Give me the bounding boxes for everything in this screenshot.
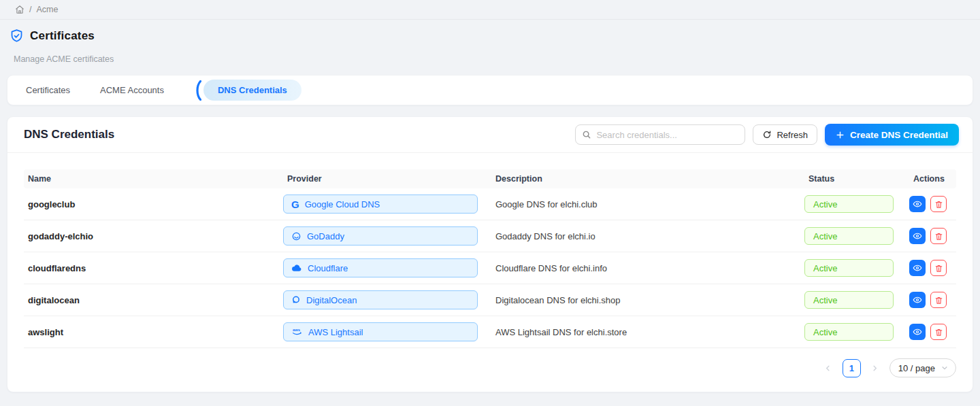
credential-description: Godaddy DNS for elchi.io xyxy=(491,231,804,241)
view-button[interactable] xyxy=(909,324,926,340)
table-body: googleclub G Google Cloud DNS Google DNS… xyxy=(24,188,956,348)
page-subtitle: Manage ACME certificates xyxy=(7,54,980,64)
credentials-table: Name Provider Description Status Actions… xyxy=(7,153,973,348)
provider-label: Cloudflare xyxy=(308,263,348,273)
tab-certificates[interactable]: Certificates xyxy=(26,85,70,95)
credential-name: googleclub xyxy=(24,199,283,209)
eye-icon xyxy=(913,295,922,305)
table-header-row: Name Provider Description Status Actions xyxy=(24,169,956,188)
godaddy-icon xyxy=(291,231,301,241)
delete-button[interactable] xyxy=(930,260,947,276)
status-badge: Active xyxy=(804,291,894,309)
delete-button[interactable] xyxy=(930,324,947,340)
provider-label: Google Cloud DNS xyxy=(305,199,380,209)
delete-button[interactable] xyxy=(930,228,947,244)
eye-icon xyxy=(913,263,922,273)
dns-credentials-panel: DNS Credentials Refresh Create DNS Crede… xyxy=(7,116,973,392)
table-row: cloudflaredns Cloudflare Cloudflare DNS … xyxy=(24,252,956,284)
chevron-down-icon xyxy=(941,365,948,371)
create-dns-credential-button[interactable]: Create DNS Credential xyxy=(825,124,959,146)
view-button[interactable] xyxy=(909,196,926,212)
status-badge: Active xyxy=(804,259,894,277)
panel-header: DNS Credentials Refresh Create DNS Crede… xyxy=(7,117,973,153)
delete-button[interactable] xyxy=(930,292,947,308)
column-header-provider: Provider xyxy=(283,174,491,184)
credential-description: AWS Lightsail DNS for elchi.store xyxy=(491,327,804,337)
page-number-button[interactable]: 1 xyxy=(843,359,861,377)
tab-bar: Certificates ACME Accounts DNS Credentia… xyxy=(7,75,973,105)
table-row: digitalocean DigitalOcean Digitalocean D… xyxy=(24,284,956,316)
eye-icon xyxy=(913,327,922,337)
search-box xyxy=(575,124,745,145)
active-tab-arc-icon xyxy=(194,80,201,101)
breadcrumb-item[interactable]: Acme xyxy=(36,5,58,14)
delete-button[interactable] xyxy=(930,196,947,212)
search-input[interactable] xyxy=(575,124,745,145)
page-size-value: 10 / page xyxy=(898,363,935,373)
aws-lightsail-icon: aws xyxy=(291,327,303,337)
breadcrumb-separator: / xyxy=(29,5,31,14)
pagination: 1 10 / page xyxy=(7,348,973,377)
provider-label: AWS Lightsail xyxy=(308,327,363,337)
breadcrumb: / Acme xyxy=(0,0,980,20)
provider-chip[interactable]: GoDaddy xyxy=(283,226,478,246)
svg-text:aws: aws xyxy=(293,328,301,332)
google-icon: G xyxy=(291,199,299,209)
view-button[interactable] xyxy=(909,260,926,276)
provider-chip[interactable]: aws AWS Lightsail xyxy=(283,322,478,341)
trash-icon xyxy=(934,328,943,337)
column-header-status: Status xyxy=(804,174,909,184)
page-title: Certificates xyxy=(30,29,95,43)
credential-description: Digitalocean DNS for elchi.shop xyxy=(491,295,804,305)
status-badge: Active xyxy=(804,323,894,341)
view-button[interactable] xyxy=(909,292,926,308)
eye-icon xyxy=(913,199,922,209)
trash-icon xyxy=(934,200,943,209)
provider-chip[interactable]: Cloudflare xyxy=(283,258,478,277)
credential-name: godaddy-elchio xyxy=(24,231,283,241)
shield-check-icon xyxy=(10,29,24,43)
panel-title: DNS Credentials xyxy=(24,128,114,141)
refresh-icon xyxy=(762,130,772,139)
table-row: awslight aws AWS Lightsail AWS Lightsail… xyxy=(24,316,956,348)
trash-icon xyxy=(934,264,943,273)
credential-name: digitalocean xyxy=(24,295,283,305)
provider-label: GoDaddy xyxy=(307,231,344,241)
table-row: googleclub G Google Cloud DNS Google DNS… xyxy=(24,188,956,220)
active-tab-pill: DNS Credentials xyxy=(203,80,301,101)
view-button[interactable] xyxy=(909,228,926,244)
column-header-actions: Actions xyxy=(909,174,956,184)
digitalocean-icon xyxy=(291,295,301,305)
provider-label: DigitalOcean xyxy=(306,295,357,305)
cloudflare-icon xyxy=(291,264,302,272)
create-label: Create DNS Credential xyxy=(850,130,948,140)
page-size-select[interactable]: 10 / page xyxy=(889,358,956,377)
chevron-left-icon[interactable] xyxy=(820,360,836,376)
eye-icon xyxy=(913,231,922,241)
credential-name: cloudflaredns xyxy=(24,263,283,273)
tab-acme-accounts[interactable]: ACME Accounts xyxy=(100,85,164,95)
credential-description: Cloudflare DNS for elchi.info xyxy=(491,263,804,273)
column-header-description: Description xyxy=(491,174,804,184)
provider-chip[interactable]: DigitalOcean xyxy=(283,290,478,309)
provider-chip[interactable]: G Google Cloud DNS xyxy=(283,194,478,214)
refresh-button[interactable]: Refresh xyxy=(753,124,817,145)
home-icon[interactable] xyxy=(15,5,24,14)
trash-icon xyxy=(934,296,943,305)
status-badge: Active xyxy=(804,227,894,245)
search-icon xyxy=(582,130,591,139)
table-row: godaddy-elchio GoDaddy Godaddy DNS for e… xyxy=(24,220,956,252)
plus-icon xyxy=(836,131,845,139)
refresh-label: Refresh xyxy=(777,130,808,140)
status-badge: Active xyxy=(804,195,894,213)
credential-name: awslight xyxy=(24,327,283,337)
tab-dns-credentials[interactable]: DNS Credentials xyxy=(194,80,301,101)
page-header: Certificates Manage ACME certificates xyxy=(0,29,980,64)
credential-description: Google DNS for elchi.club xyxy=(491,199,804,209)
column-header-name: Name xyxy=(24,174,283,184)
chevron-right-icon[interactable] xyxy=(867,360,883,376)
trash-icon xyxy=(934,232,943,241)
